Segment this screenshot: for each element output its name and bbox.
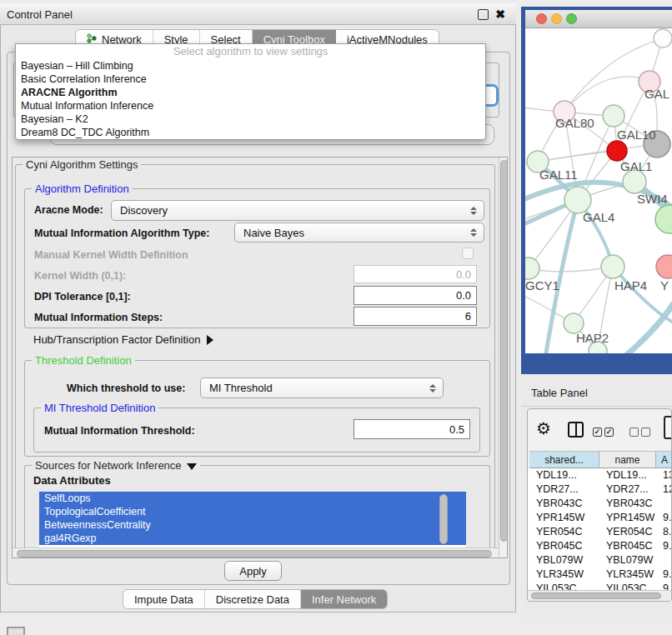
attribute-item[interactable]: SelfLoops bbox=[39, 492, 466, 505]
document-icon[interactable] bbox=[664, 416, 672, 439]
split-columns-icon[interactable] bbox=[568, 422, 584, 438]
divider bbox=[521, 406, 672, 407]
bottom-left-widget[interactable] bbox=[7, 627, 25, 635]
node-label: GAL10 bbox=[617, 128, 656, 142]
table-cell: YER054C bbox=[536, 525, 606, 539]
network-edge[interactable] bbox=[529, 267, 613, 272]
algorithm-definition-title: Algorithm Definition bbox=[32, 182, 133, 195]
mi-steps-field[interactable]: 6 bbox=[354, 307, 477, 326]
node-label: GAL11 bbox=[539, 168, 578, 182]
table-settings-gear-icon[interactable]: ⚙ bbox=[536, 418, 551, 438]
column-header-partial[interactable]: A bbox=[656, 451, 672, 468]
mi-threshold-definition-title: MI Threshold Definition bbox=[41, 402, 158, 414]
table-cell: YBR043C bbox=[606, 497, 663, 511]
table-row[interactable]: YBR045CYBR045C9. bbox=[528, 539, 672, 553]
column-header-shared-name[interactable]: shared... bbox=[529, 451, 599, 468]
network-node-GAL1[interactable] bbox=[607, 141, 627, 161]
table-row[interactable]: YDL19...YDL19...13 bbox=[528, 468, 672, 482]
table-row[interactable]: YPR145WYPR145W9. bbox=[528, 511, 672, 525]
minimize-traffic-light[interactable] bbox=[551, 13, 562, 24]
chevron-down-icon bbox=[187, 463, 197, 470]
mi-type-combo[interactable]: Naive Bayes bbox=[234, 222, 484, 242]
table-row[interactable]: YER054CYER054C8. bbox=[528, 525, 672, 539]
node-label: Y bbox=[660, 278, 669, 292]
aracne-mode-combo[interactable]: Discovery bbox=[111, 200, 484, 221]
network-canvas[interactable]: GALGAL80GAL10GAL1GAL11SWI4GAL4GCY1HAP4YH… bbox=[525, 28, 672, 353]
table-hscrollbar-thumb[interactable] bbox=[531, 592, 661, 599]
data-attributes-list: SelfLoopsTopologicalCoefficientBetweenne… bbox=[39, 492, 466, 549]
network-node-GCY1[interactable] bbox=[525, 258, 539, 279]
manual-kernel-label: Manual Kernel Width Definition bbox=[34, 249, 188, 261]
stepper-icon bbox=[429, 384, 436, 392]
tab-impute-data[interactable]: Impute Data bbox=[123, 590, 205, 608]
close-icon[interactable]: ✖ bbox=[494, 7, 507, 22]
hub-transcription-factor-toggle[interactable]: Hub/Transcription Factor Definition bbox=[33, 333, 213, 346]
table-row[interactable]: YIL053CYIL053C9. bbox=[528, 582, 672, 590]
node-label: HAP4 bbox=[614, 278, 647, 292]
sources-title[interactable]: Sources for Network Inference bbox=[32, 459, 200, 472]
algorithm-option[interactable]: Bayesian – K2 bbox=[16, 112, 485, 126]
table-row[interactable]: YBR043CYBR043C bbox=[528, 497, 672, 511]
which-threshold-label: Which threshold to use: bbox=[67, 382, 185, 394]
network-node[interactable] bbox=[654, 29, 672, 48]
attributes-scrollbar-thumb[interactable] bbox=[439, 494, 448, 544]
network-window-titlebar[interactable] bbox=[525, 10, 672, 28]
maximize-traffic-light[interactable] bbox=[566, 13, 577, 24]
network-node[interactable] bbox=[655, 205, 672, 233]
network-node-Y[interactable] bbox=[656, 255, 672, 278]
tab-discretize-data[interactable]: Discretize Data bbox=[205, 590, 301, 608]
table-row[interactable]: YLR345WYLR345W9. bbox=[528, 568, 672, 582]
network-node-HAP4[interactable] bbox=[601, 255, 624, 278]
network-node-GAL10[interactable] bbox=[603, 105, 624, 127]
algorithm-option[interactable]: Dream8 DC_TDC Algorithm bbox=[16, 126, 485, 139]
app-root: Control Panel ✖ Network Style Select Cyn… bbox=[0, 0, 672, 635]
select-all-checkbox-icon[interactable]: ✓ bbox=[604, 428, 614, 437]
attribute-item[interactable]: TopologicalCoefficient bbox=[39, 505, 466, 518]
cyni-algorithm-settings-title: Cyni Algorithm Settings bbox=[23, 158, 141, 171]
table-row[interactable]: YDR27...YDR27...12 bbox=[528, 482, 672, 497]
apply-button[interactable]: Apply bbox=[224, 561, 282, 581]
node-label: GAL4 bbox=[583, 210, 614, 224]
table-cell: 9. bbox=[663, 568, 672, 582]
dpi-tolerance-field[interactable]: 0.0 bbox=[354, 286, 477, 305]
table-cell: YPR145W bbox=[536, 511, 606, 525]
network-edge[interactable] bbox=[624, 303, 672, 353]
manual-kernel-checkbox[interactable] bbox=[462, 248, 474, 259]
tab-infer-network[interactable]: Infer Network bbox=[301, 590, 387, 608]
which-threshold-combo[interactable]: MI Threshold bbox=[200, 378, 444, 398]
mi-type-value: Naive Bayes bbox=[243, 227, 304, 239]
attribute-item[interactable]: BetweennessCentrality bbox=[39, 518, 466, 532]
table-cell: YLR345W bbox=[606, 568, 663, 582]
table-cell: YDL19... bbox=[606, 468, 663, 482]
deselect-all-checkbox-icon[interactable] bbox=[641, 428, 650, 437]
table-cell: YBR043C bbox=[536, 497, 606, 511]
threshold-definition-group: Threshold Definition Which threshold to … bbox=[24, 360, 490, 457]
table-hscrollbar-track[interactable] bbox=[528, 590, 672, 601]
node-label: GCY1 bbox=[525, 278, 559, 292]
table-cell: YER054C bbox=[606, 525, 663, 539]
cyni-algorithm-settings-group: Cyni Algorithm Settings Algorithm Defini… bbox=[15, 164, 495, 558]
settings-vscrollbar-thumb[interactable] bbox=[500, 160, 508, 542]
column-header-name[interactable]: name bbox=[599, 451, 656, 468]
algorithm-option[interactable]: Mutual Information Inference bbox=[16, 99, 485, 112]
algorithm-option[interactable]: ARACNE Algorithm bbox=[16, 86, 485, 99]
table-cell: 12 bbox=[663, 482, 672, 497]
network-node-SWI4[interactable] bbox=[623, 170, 646, 193]
bottom-tabbar: Impute Data Discretize Data Infer Networ… bbox=[123, 589, 388, 609]
algorithm-option[interactable]: Basic Correlation Inference bbox=[16, 72, 485, 86]
table-row[interactable]: YBL079WYBL079W bbox=[528, 553, 672, 568]
stepper-icon bbox=[470, 207, 477, 215]
select-all-checkbox-icon[interactable]: ✓ bbox=[593, 428, 602, 437]
algorithm-option[interactable]: Bayesian – Hill Climbing bbox=[16, 59, 485, 72]
attribute-item[interactable]: gal4RGexp bbox=[39, 532, 466, 545]
settings-hscrollbar-thumb[interactable] bbox=[17, 550, 492, 558]
kernel-width-field[interactable]: 0.0 bbox=[354, 265, 477, 283]
mi-threshold-definition-group: MI Threshold Definition Mutual Informati… bbox=[33, 408, 480, 452]
aracne-mode-value: Discovery bbox=[120, 204, 168, 217]
table-cell: YIL053C bbox=[536, 582, 606, 590]
mi-threshold-field[interactable]: 0.5 bbox=[354, 419, 470, 439]
float-window-icon[interactable] bbox=[478, 9, 489, 20]
deselect-all-checkbox-icon[interactable] bbox=[629, 428, 639, 437]
close-traffic-light[interactable] bbox=[536, 13, 547, 24]
aracne-mode-label: Aracne Mode: bbox=[34, 204, 103, 216]
